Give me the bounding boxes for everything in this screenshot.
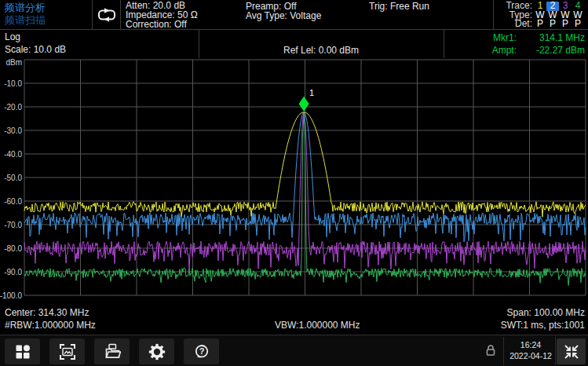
center-freq-readout: Center: 314.30 MHz [5, 307, 89, 318]
screen-capture-button[interactable] [49, 339, 85, 364]
marker-ampt-row: Ampt: -22.27 dBm [444, 44, 588, 57]
y-tick-label: -50.0 [4, 174, 22, 182]
bw-annotation-row: #RBW:1.000000 MHz VBW:1.000000 MHz SWT:1… [0, 320, 588, 332]
scale-block: Log Scale: 10.0 dB [0, 30, 199, 58]
trace-status-block: Trace: 1 2 3 4 Type: W W W W Det: P P P … [493, 0, 588, 29]
marker-freq-row: Mkr1: 314.1 MHz [444, 31, 588, 44]
apps-grid-icon [15, 344, 31, 360]
y-tick-label: -70.0 [4, 221, 22, 229]
date-readout: 2022-04-12 [507, 350, 554, 361]
svg-text:?: ? [199, 346, 204, 356]
y-tick-label: -20.0 [4, 103, 22, 112]
marker-freq-value: 314.1 MHz [517, 31, 585, 44]
correction-readout: Correction: Off [126, 20, 198, 30]
y-axis-unit: dBm [5, 58, 22, 67]
gain-settings-block: Preamp: Off Avg Type: Voltage [246, 2, 321, 21]
collapse-fullscreen-button[interactable] [557, 339, 586, 364]
avg-type-readout: Avg Type: Voltage [246, 12, 321, 21]
time-readout: 16:24 [507, 339, 554, 350]
spectrum-chart[interactable]: dBm-10.0-20.0-30.0-40.0-50.0-60.0-70.0-8… [0, 58, 588, 308]
marker-name-label: Mkr1: [444, 31, 517, 44]
trigger-readout: Trig: Free Run [369, 2, 429, 12]
tab-spectrum-analysis[interactable]: 频谱分析 [5, 2, 46, 14]
help-icon: ? [194, 344, 210, 360]
marker-readout-block: Mkr1: 314.1 MHz Ampt: -22.27 dBm [444, 30, 588, 58]
marker-ampt-label: Ampt: [444, 44, 517, 57]
trace-1-det: P [534, 20, 546, 29]
lock-icon [485, 344, 496, 357]
marker-ampt-value: -22.27 dBm [517, 44, 585, 57]
y-tick-label: -90.0 [4, 268, 22, 276]
trace-det-row: Det: P P P P [494, 20, 588, 29]
trace-3-det: P [559, 20, 572, 29]
help-button[interactable]: ? [184, 339, 219, 364]
continuous-sweep-button[interactable] [92, 0, 121, 29]
trace-4-det: P [572, 20, 584, 29]
ref-level-block: Ref Lel: 0.00 dBm [199, 30, 444, 58]
det-row-label: Det: [515, 20, 532, 29]
screen-capture-icon [59, 343, 76, 361]
taskbar: ? 16:24 2022-04-12 [0, 335, 588, 366]
ref-level-readout: Ref Lel: 0.00 dBm [199, 45, 444, 56]
marker-1-label: 1 [309, 88, 314, 97]
y-tick-label: -100.0 [0, 291, 22, 300]
settings-button[interactable] [139, 339, 174, 364]
rf-settings-block: Atten: 20.0 dB Impedance: 50 Ω Correctio… [126, 2, 198, 30]
scale-readout: Scale: 10.0 dB [5, 44, 66, 55]
y-tick-label: -40.0 [4, 150, 22, 159]
settings-gear-icon [148, 343, 166, 361]
swt-readout: SWT:1 ms, pts:1001 [501, 320, 585, 331]
trace-2-det: P [546, 20, 559, 29]
y-tick-label: -80.0 [4, 244, 22, 253]
clock-widget[interactable]: 16:24 2022-04-12 [507, 339, 554, 361]
span-readout: Span: 100.00 MHz [507, 307, 585, 318]
y-tick-label: -10.0 [4, 79, 22, 88]
scale-mode-readout: Log [5, 31, 20, 42]
vbw-readout: VBW:1.000000 MHz [275, 320, 360, 331]
continuous-sweep-icon [95, 7, 119, 23]
file-manager-icon [104, 343, 121, 361]
taskbar-separator [503, 337, 504, 365]
settings-bar: Log Scale: 10.0 dB Ref Lel: 0.00 dBm Mkr… [0, 30, 588, 58]
trigger-block: Trig: Free Run [369, 2, 429, 12]
apps-menu-button[interactable] [5, 339, 40, 364]
y-tick-label: -60.0 [4, 197, 22, 206]
y-tick-label: -30.0 [4, 126, 22, 135]
rbw-readout: #RBW:1.000000 MHz [5, 320, 96, 331]
tab-spectrum-sweep[interactable]: 频谱扫描 [5, 14, 46, 27]
marker-1-diamond[interactable] [299, 97, 309, 112]
lock-status [485, 344, 496, 360]
taskbar-separator-2 [555, 337, 556, 365]
header-bar: 频谱分析 频谱扫描 Atten: 20.0 dB Impedance: 50 Ω… [0, 0, 588, 30]
freq-annotation-row: Center: 314.30 MHz Span: 100.00 MHz [0, 307, 588, 320]
collapse-arrows-icon [562, 342, 581, 361]
file-manager-button[interactable] [94, 339, 130, 364]
mode-tabs: 频谱分析 频谱扫描 [5, 2, 46, 27]
spectrum-analyzer-screen: 频谱分析 频谱扫描 Atten: 20.0 dB Impedance: 50 Ω… [0, 0, 588, 366]
